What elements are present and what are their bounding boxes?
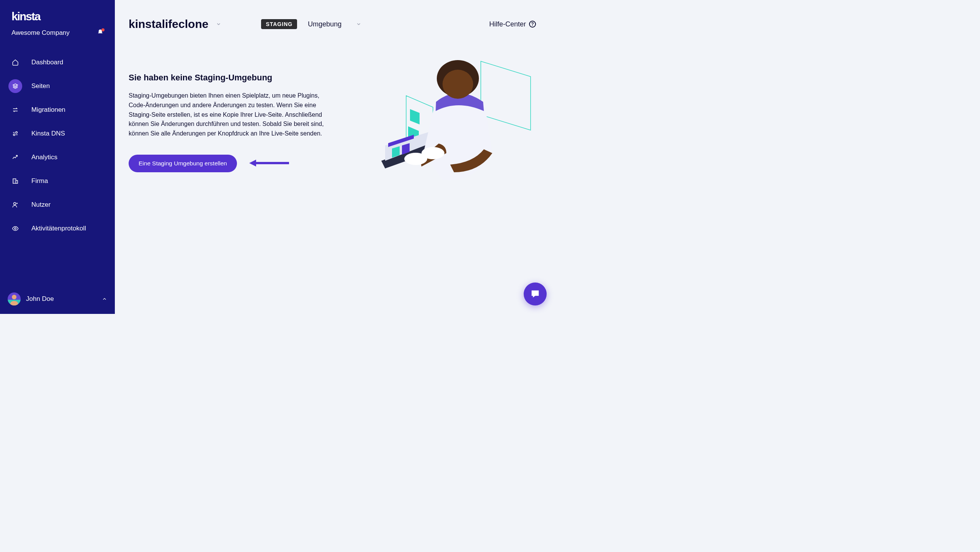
sidebar-item-dashboard[interactable]: Dashboard — [0, 51, 115, 74]
user-name: John Doe — [26, 295, 96, 303]
help-center-button[interactable]: Hilfe-Center ? — [489, 20, 536, 28]
arrow-left-icon — [249, 159, 289, 167]
page-description: Staging-Umgebungen bieten Ihnen einen Sp… — [129, 91, 328, 139]
sidebar-item-seiten[interactable]: Seiten — [0, 74, 115, 98]
analytics-icon — [12, 154, 19, 161]
sidebar-item-label: Analytics — [31, 154, 57, 161]
sidebar: kinsta Awesome Company Dashboard Seiten … — [0, 0, 115, 314]
svg-marker-7 — [481, 61, 531, 130]
sidebar-item-label: Dashboard — [31, 59, 63, 66]
chat-icon — [530, 289, 541, 299]
dns-icon — [12, 130, 19, 137]
environment-dropdown[interactable] — [356, 21, 361, 27]
user-add-icon — [12, 201, 19, 208]
eye-icon — [12, 225, 19, 232]
svg-point-17 — [443, 70, 473, 99]
sidebar-nav: Dashboard Seiten Migrationen Kinsta DNS … — [0, 51, 115, 240]
chevron-down-icon[interactable] — [216, 21, 221, 27]
sidebar-item-kinsta-dns[interactable]: Kinsta DNS — [0, 122, 115, 145]
page-heading: Sie haben keine Staging-Umgebung — [129, 73, 328, 83]
help-center-label: Hilfe-Center — [489, 20, 526, 28]
sidebar-item-nutzer[interactable]: Nutzer — [0, 193, 115, 217]
chevron-up-icon — [102, 296, 107, 302]
avatar — [8, 292, 21, 305]
svg-marker-6 — [249, 160, 256, 167]
environment-badge: STAGING — [261, 19, 297, 29]
notification-dot — [101, 28, 105, 31]
create-staging-button[interactable]: Eine Staging Umgebung erstellen — [129, 155, 237, 172]
svg-point-3 — [14, 203, 16, 205]
main: kinstalifeclone STAGING Umgebung Hilfe-C… — [115, 0, 557, 314]
annotation-arrow — [249, 159, 289, 169]
sidebar-item-firma[interactable]: Firma — [0, 169, 115, 193]
sidebar-item-analytics[interactable]: Analytics — [0, 145, 115, 169]
company-row: Awesome Company — [0, 29, 115, 37]
svg-point-19 — [421, 147, 444, 159]
sidebar-item-label: Aktivitätenprotokoll — [31, 225, 86, 232]
swap-icon — [12, 106, 19, 113]
svg-point-1 — [13, 134, 15, 136]
home-icon — [12, 59, 19, 66]
user-menu[interactable]: John Doe — [0, 292, 115, 305]
chat-fab[interactable] — [524, 283, 547, 305]
site-title[interactable]: kinstalifeclone — [129, 18, 208, 31]
help-icon: ? — [529, 21, 536, 28]
topbar: kinstalifeclone STAGING Umgebung Hilfe-C… — [129, 18, 536, 31]
notifications-button[interactable] — [97, 29, 103, 37]
sidebar-item-label: Kinsta DNS — [31, 130, 65, 137]
svg-rect-2 — [13, 179, 16, 183]
company-name[interactable]: Awesome Company — [11, 29, 70, 37]
illustration — [377, 57, 546, 211]
sidebar-item-label: Firma — [31, 177, 48, 185]
brand-logo: kinsta — [0, 10, 115, 23]
sidebar-item-migrationen[interactable]: Migrationen — [0, 98, 115, 122]
svg-point-0 — [16, 132, 18, 134]
stack-icon — [12, 83, 19, 90]
sidebar-item-label: Migrationen — [31, 106, 65, 114]
sidebar-item-label: Seiten — [31, 82, 50, 90]
svg-point-4 — [15, 228, 16, 230]
building-icon — [12, 178, 19, 185]
environment-label: Umgebung — [308, 20, 341, 28]
sidebar-item-label: Nutzer — [31, 201, 51, 209]
sidebar-item-aktivitaetenprotokoll[interactable]: Aktivitätenprotokoll — [0, 217, 115, 240]
svg-marker-9 — [410, 109, 420, 124]
